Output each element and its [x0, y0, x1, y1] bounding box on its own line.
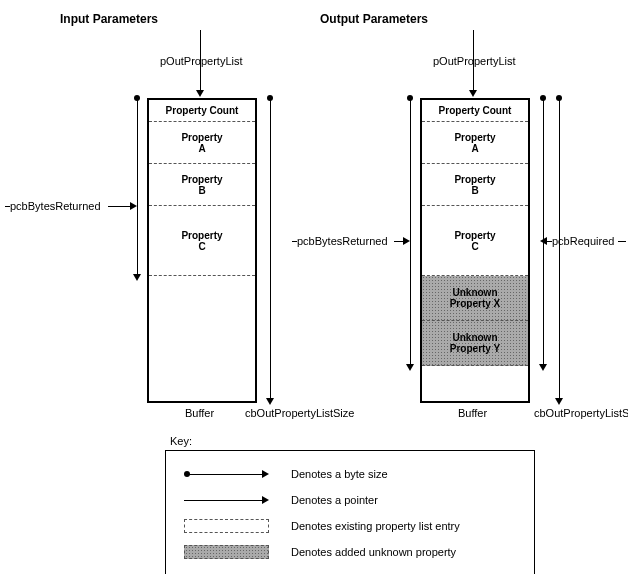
- output-pcb-returned-arrowhead-r: [403, 237, 410, 245]
- key-text-existing: Denotes existing property list entry: [291, 520, 460, 532]
- seg-c-line1: Property: [181, 230, 222, 241]
- output-pcb-required-line-r: [618, 241, 626, 242]
- oseg-b-line1: Property: [454, 174, 495, 185]
- key-symbol-byte-size: [181, 466, 271, 482]
- output-seg-a: Property A: [422, 122, 528, 164]
- output-pointer-label: pOutPropertyList: [433, 55, 516, 67]
- key-symbol-unknown: [181, 544, 271, 560]
- key-row-pointer: Denotes a pointer: [181, 487, 519, 513]
- output-pcb-returned-line-l: [292, 241, 297, 242]
- seg-b-line2: B: [198, 185, 205, 196]
- key-text-byte-size: Denotes a byte size: [291, 468, 388, 480]
- input-seg-count: Property Count: [149, 100, 255, 122]
- key-box: Denotes a byte size Denotes a pointer De…: [165, 450, 535, 574]
- input-pcb-returned-line-r: [108, 206, 132, 207]
- output-seg-ux: Unknown Property X: [422, 276, 528, 321]
- input-pcb-returned-label: pcbBytesReturned: [10, 200, 101, 212]
- seg-a-line2: A: [198, 143, 205, 154]
- seg-b-line1: Property: [181, 174, 222, 185]
- input-seg-a: Property A: [149, 122, 255, 164]
- input-seg-empty: [149, 276, 255, 401]
- output-buffer-label: Buffer: [458, 407, 487, 419]
- oseg-c-line2: C: [471, 241, 478, 252]
- input-cbout-label: cbOutPropertyListSize: [245, 407, 354, 419]
- oseg-a-line1: Property: [454, 132, 495, 143]
- input-title: Input Parameters: [60, 12, 158, 26]
- output-title: Output Parameters: [320, 12, 428, 26]
- output-seg-b: Property B: [422, 164, 528, 206]
- output-seg-uy: Unknown Property Y: [422, 321, 528, 366]
- oseg-a-line2: A: [471, 143, 478, 154]
- key-row-existing: Denotes existing property list entry: [181, 513, 519, 539]
- output-seg-empty: [422, 366, 528, 401]
- key-title: Key:: [170, 435, 192, 447]
- key-symbol-pointer: [181, 492, 271, 508]
- oseg-ux-line1: Unknown: [453, 287, 498, 298]
- seg-a-line1: Property: [181, 132, 222, 143]
- output-seg-count: Property Count: [422, 100, 528, 122]
- oseg-b-line2: B: [471, 185, 478, 196]
- oseg-uy-line2: Property Y: [450, 343, 500, 354]
- output-pcb-required-arrowhead-l: [540, 237, 547, 245]
- key-symbol-existing: [181, 518, 271, 534]
- output-pcb-required-label: pcbRequired: [552, 235, 614, 247]
- output-pcb-returned-label: pcbBytesReturned: [297, 235, 388, 247]
- input-pointer-label: pOutPropertyList: [160, 55, 243, 67]
- key-row-byte-size: Denotes a byte size: [181, 461, 519, 487]
- seg-c-line2: C: [198, 241, 205, 252]
- output-buffer: Property Count Property A Property B Pro…: [420, 98, 530, 403]
- input-seg-b: Property B: [149, 164, 255, 206]
- key-text-unknown: Denotes added unknown property: [291, 546, 456, 558]
- oseg-c-line1: Property: [454, 230, 495, 241]
- input-buffer-label: Buffer: [185, 407, 214, 419]
- key-text-pointer: Denotes a pointer: [291, 494, 378, 506]
- output-cbout-label: cbOutPropertyListSize: [534, 407, 628, 419]
- oseg-ux-line2: Property X: [450, 298, 501, 309]
- output-seg-c: Property C: [422, 206, 528, 276]
- input-pcb-returned-arrowhead-r: [130, 202, 137, 210]
- key-row-unknown: Denotes added unknown property: [181, 539, 519, 565]
- oseg-uy-line1: Unknown: [453, 332, 498, 343]
- input-pcb-returned-line-l: [5, 206, 10, 207]
- input-seg-c: Property C: [149, 206, 255, 276]
- input-buffer: Property Count Property A Property B Pro…: [147, 98, 257, 403]
